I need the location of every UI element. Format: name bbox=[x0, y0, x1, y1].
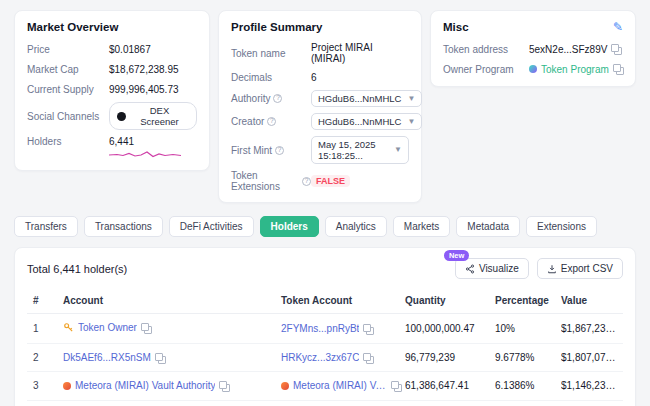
value-cell: $1,146,230.26 bbox=[561, 372, 623, 401]
token-page: Market Overview Price $0.01867 Market Ca… bbox=[0, 0, 650, 406]
holders-sparkline bbox=[109, 148, 181, 160]
holders-panel-top: Total 6,441 holder(s) New Visualize bbox=[27, 258, 623, 279]
table-row: 2Dk5AEf6...RX5nSMHRKycz...3zx67C96,779,2… bbox=[27, 344, 623, 372]
copy-icon[interactable] bbox=[611, 44, 621, 54]
creator-value: HGduB6...NnMHLC bbox=[318, 116, 401, 127]
export-csv-label: Export CSV bbox=[561, 263, 613, 274]
first-mint-row: First Mint May 15, 2025 15:18:25... ▼ bbox=[231, 136, 409, 164]
column-header[interactable]: Value bbox=[561, 288, 623, 314]
account-link[interactable]: Token Owner bbox=[78, 322, 137, 333]
token-account-link[interactable]: Meteora (MIRAI) Vault bbox=[293, 380, 387, 391]
first-mint-value: May 15, 2025 15:18:25... bbox=[318, 139, 388, 161]
token-name-row: Token name Project MIRAI (MIRAI) bbox=[231, 42, 409, 64]
creator-select[interactable]: HGduB6...NnMHLC ▼ bbox=[311, 113, 422, 130]
supply-value: 999,996,405.73 bbox=[109, 84, 179, 95]
quantity-cell: 60,982,757.84 bbox=[405, 400, 495, 406]
column-header[interactable]: Token Account bbox=[281, 288, 405, 314]
percentage-cell: 6.1386% bbox=[495, 372, 561, 401]
profile-summary-title: Profile Summary bbox=[231, 21, 409, 33]
percentage-cell: 9.6778% bbox=[495, 344, 561, 372]
copy-icon[interactable] bbox=[363, 324, 373, 334]
holders-actions: New Visualize Export bbox=[455, 258, 623, 279]
table-row: 3Meteora (MIRAI) Vault AuthorityMeteora … bbox=[27, 372, 623, 401]
decimals-row: Decimals 6 bbox=[231, 70, 409, 84]
info-icon[interactable] bbox=[275, 146, 284, 155]
rank-cell: 4 bbox=[27, 400, 63, 406]
summary-cards-row: Market Overview Price $0.01867 Market Ca… bbox=[14, 10, 636, 203]
owner-program-label: Owner Program bbox=[443, 64, 529, 75]
tab-extensions[interactable]: Extensions bbox=[526, 216, 597, 237]
account-link[interactable]: Dk5AEf6...RX5nSM bbox=[63, 352, 151, 363]
quantity-cell: 100,000,000.47 bbox=[405, 314, 495, 344]
decimals-label: Decimals bbox=[231, 72, 311, 83]
info-icon[interactable] bbox=[267, 117, 276, 126]
copy-icon[interactable] bbox=[155, 353, 165, 363]
token-extensions-row: Token Extensions FALSE bbox=[231, 170, 409, 192]
social-row: Social Channels DEX Screener bbox=[27, 102, 197, 130]
first-mint-label: First Mint bbox=[231, 145, 311, 156]
account-link[interactable]: Meteora (MIRAI) Vault Authority bbox=[75, 380, 215, 391]
column-header[interactable]: Quantity bbox=[405, 288, 495, 314]
tab-analytics[interactable]: Analytics bbox=[325, 216, 387, 237]
chevron-down-icon: ▼ bbox=[394, 146, 402, 154]
copy-icon[interactable] bbox=[363, 353, 373, 363]
export-csv-button[interactable]: Export CSV bbox=[537, 258, 623, 279]
copy-icon[interactable] bbox=[391, 381, 401, 391]
price-row: Price $0.01867 bbox=[27, 42, 197, 56]
column-header[interactable]: Account bbox=[63, 288, 281, 314]
holders-table: #AccountToken AccountQuantityPercentageV… bbox=[27, 288, 623, 406]
token-account-link[interactable]: 2FYMns...pnRyBt bbox=[281, 323, 359, 334]
new-badge: New bbox=[444, 250, 469, 261]
price-label: Price bbox=[27, 44, 109, 55]
token-account-link[interactable]: HRKycz...3zx67C bbox=[281, 352, 359, 363]
edit-pencil-icon[interactable]: ✎ bbox=[613, 21, 623, 33]
holders-label: Holders bbox=[27, 136, 109, 147]
tab-holders[interactable]: Holders bbox=[260, 216, 319, 237]
info-icon[interactable] bbox=[302, 177, 311, 186]
token-extensions-badge: FALSE bbox=[311, 175, 350, 187]
first-mint-select[interactable]: May 15, 2025 15:18:25... ▼ bbox=[311, 136, 409, 164]
token-address-value: 5exN2e...SFz89V bbox=[529, 44, 607, 55]
token-address-row: Token address 5exN2e...SFz89V bbox=[443, 42, 623, 56]
market-overview-card: Market Overview Price $0.01867 Market Ca… bbox=[14, 10, 210, 171]
holders-count: 6,441 bbox=[109, 136, 181, 147]
authority-select[interactable]: HGduB6...NnMHLC ▼ bbox=[311, 90, 422, 107]
tab-markets[interactable]: Markets bbox=[393, 216, 451, 237]
value-cell: $1,807,072.89 bbox=[561, 344, 623, 372]
share-icon bbox=[465, 264, 475, 274]
dex-screener-button[interactable]: DEX Screener bbox=[109, 102, 197, 130]
tab-transfers[interactable]: Transfers bbox=[14, 216, 78, 237]
token-name-link[interactable]: Project MIRAI (MIRAI) bbox=[311, 42, 409, 64]
tab-metadata[interactable]: Metadata bbox=[456, 216, 520, 237]
supply-row: Current Supply 999,996,405.73 bbox=[27, 82, 197, 96]
authority-value: HGduB6...NnMHLC bbox=[318, 93, 401, 104]
copy-icon[interactable] bbox=[219, 381, 229, 391]
holders-panel: Total 6,441 holder(s) New Visualize bbox=[14, 247, 636, 406]
holders-row: Holders 6,441 bbox=[27, 136, 197, 160]
decimals-value: 6 bbox=[311, 72, 317, 83]
market-cap-row: Market Cap $18,672,238.95 bbox=[27, 62, 197, 76]
owner-program-value: Token Program bbox=[541, 64, 609, 75]
visualize-button[interactable]: New Visualize bbox=[455, 258, 529, 279]
misc-header: Misc ✎ bbox=[443, 21, 623, 42]
token-extensions-label: Token Extensions bbox=[231, 170, 311, 192]
authority-row: Authority HGduB6...NnMHLC ▼ bbox=[231, 90, 409, 107]
chevron-down-icon: ▼ bbox=[407, 118, 415, 126]
column-header[interactable]: # bbox=[27, 288, 63, 314]
token-program-icon bbox=[529, 65, 537, 73]
copy-icon[interactable] bbox=[613, 64, 623, 74]
total-holders-text: Total 6,441 holder(s) bbox=[27, 263, 127, 275]
column-header[interactable]: Percentage bbox=[495, 288, 561, 314]
tab-defi-activities[interactable]: DeFi Activities bbox=[169, 216, 254, 237]
social-label: Social Channels bbox=[27, 111, 109, 122]
copy-icon[interactable] bbox=[141, 323, 151, 333]
owner-program-link[interactable]: Token Program bbox=[529, 64, 609, 75]
supply-label: Current Supply bbox=[27, 84, 109, 95]
value-cell: $1,867,230.61 bbox=[561, 314, 623, 344]
account-cell: Token Owner bbox=[63, 314, 281, 344]
tab-transactions[interactable]: Transactions bbox=[84, 216, 163, 237]
info-icon[interactable] bbox=[273, 94, 282, 103]
market-cap-value: $18,672,238.95 bbox=[109, 64, 179, 75]
misc-card: Misc ✎ Token address 5exN2e...SFz89V Own… bbox=[430, 10, 636, 87]
token-name-label: Token name bbox=[231, 48, 311, 59]
